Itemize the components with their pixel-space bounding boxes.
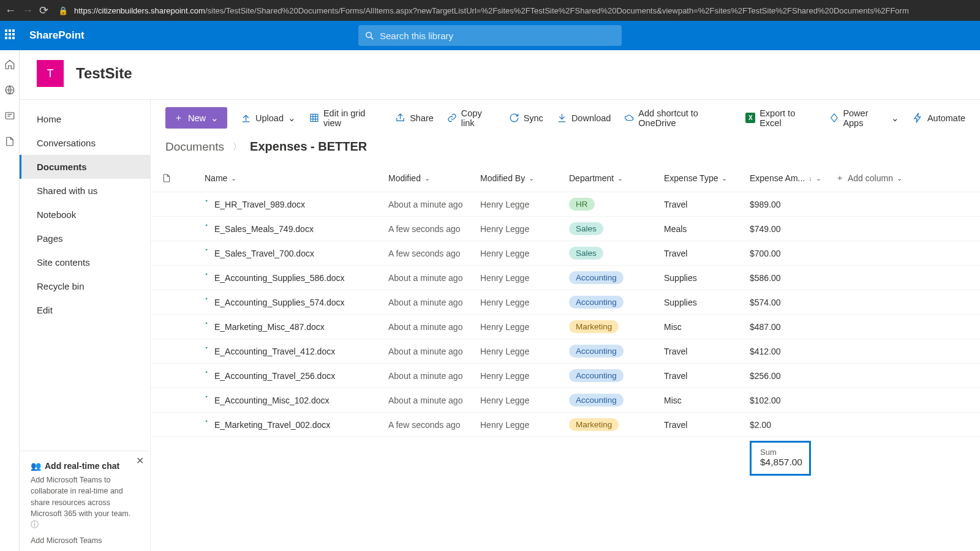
expense-type-cell: Travel — [664, 200, 750, 209]
table-header: Name⌄ Modified⌄ Modified By⌄ Department⌄… — [151, 165, 980, 192]
sidebar-item-pages[interactable]: Pages — [20, 227, 150, 250]
column-sum[interactable]: Sum $4,857.00 — [750, 441, 811, 476]
site-title[interactable]: TestSite — [76, 65, 132, 82]
modified-by-cell[interactable]: Henry Legge — [480, 249, 569, 258]
expense-type-cell: Travel — [664, 347, 750, 356]
table-row[interactable]: ⋆E_Accounting_Travel_256.docxAbout a min… — [151, 363, 980, 388]
modified-by-cell[interactable]: Henry Legge — [480, 298, 569, 307]
sidebar-item-documents[interactable]: Documents — [20, 155, 150, 179]
copylink-button[interactable]: Copy link — [447, 108, 496, 128]
expense-type-cell: Travel — [664, 420, 750, 430]
forward-button[interactable]: → — [22, 4, 33, 17]
sidebar-item-site-contents[interactable]: Site contents — [20, 250, 150, 274]
table-row[interactable]: ⋆E_Accounting_Travel_412.docxAbout a min… — [151, 339, 980, 363]
file-name[interactable]: ⋆E_HR_Travel_989.docx — [205, 200, 388, 209]
address-bar[interactable]: https://citizenbuilders.sharepoint.com/s… — [74, 6, 909, 15]
automate-button[interactable]: Automate — [913, 113, 965, 123]
reload-button[interactable]: ⟳ — [39, 4, 48, 17]
chevron-down-icon: ⌄ — [897, 174, 902, 182]
sidebar-item-notebook[interactable]: Notebook — [20, 203, 150, 227]
export-excel-button[interactable]: XExport to Excel — [745, 108, 815, 128]
sidebar-item-recycle-bin[interactable]: Recycle bin — [20, 274, 150, 298]
chevron-right-icon: 〉 — [233, 141, 241, 152]
chevron-down-icon: ⌄ — [424, 174, 430, 182]
promo-link[interactable]: Add Microsoft Teams — [31, 535, 139, 546]
modified-by-cell[interactable]: Henry Legge — [480, 273, 569, 283]
info-icon[interactable]: ⓘ — [31, 520, 39, 529]
modified-by-cell[interactable]: Henry Legge — [480, 395, 569, 405]
col-expense-type[interactable]: Expense Type⌄ — [664, 173, 750, 183]
sync-button[interactable]: Sync — [509, 113, 543, 123]
new-button[interactable]: ＋ New ⌄ — [165, 107, 227, 129]
automate-icon — [913, 113, 923, 123]
col-modified-by[interactable]: Modified By⌄ — [480, 173, 569, 183]
file-name[interactable]: ⋆E_Sales_Meals_749.docx — [205, 224, 388, 234]
file-name[interactable]: ⋆E_Sales_Travel_700.docx — [205, 249, 388, 258]
col-department[interactable]: Department⌄ — [569, 173, 664, 183]
site-logo[interactable]: T — [37, 60, 64, 87]
back-button[interactable]: ← — [5, 4, 16, 17]
chevron-down-icon: ⌄ — [816, 174, 821, 182]
home-icon[interactable] — [4, 59, 15, 70]
sidebar-item-home[interactable]: Home — [20, 107, 150, 131]
table-row[interactable]: ⋆E_Accounting_Supplies_574.docxAbout a m… — [151, 290, 980, 314]
modified-cell: About a minute ago — [388, 200, 480, 209]
close-icon[interactable]: ✕ — [136, 454, 144, 468]
breadcrumb-root[interactable]: Documents — [165, 140, 224, 154]
plus-icon: ＋ — [835, 173, 844, 184]
search-input[interactable] — [380, 31, 616, 41]
modified-by-cell[interactable]: Henry Legge — [480, 347, 569, 356]
breadcrumb: Documents 〉 Expenses - BETTER — [151, 136, 980, 165]
add-column-button[interactable]: ＋Add column⌄ — [835, 173, 933, 184]
chevron-down-icon: ⌄ — [231, 174, 236, 182]
powerapps-button[interactable]: Power Apps⌄ — [829, 108, 899, 128]
upload-button[interactable]: Upload⌄ — [241, 113, 296, 123]
table-row[interactable]: ⋆E_Sales_Travel_700.docxA few seconds ag… — [151, 241, 980, 265]
edit-grid-button[interactable]: Edit in grid view — [309, 108, 382, 128]
add-shortcut-button[interactable]: Add shortcut to OneDrive — [624, 108, 732, 128]
table-row[interactable]: ⋆E_Accounting_Supplies_586.docxAbout a m… — [151, 265, 980, 290]
sidebar-item-conversations[interactable]: Conversations — [20, 131, 150, 155]
new-indicator-icon: ⋆ — [205, 344, 208, 351]
modified-by-cell[interactable]: Henry Legge — [480, 322, 569, 332]
new-indicator-icon: ⋆ — [205, 393, 208, 400]
left-nav: HomeConversationsDocumentsShared with us… — [20, 100, 151, 551]
news-icon[interactable] — [4, 110, 15, 121]
globe-icon[interactable] — [4, 84, 15, 96]
file-name[interactable]: ⋆E_Accounting_Travel_256.docx — [205, 371, 388, 381]
download-button[interactable]: Download — [557, 113, 611, 123]
global-rail — [0, 50, 20, 551]
modified-by-cell[interactable]: Henry Legge — [480, 371, 569, 381]
chevron-down-icon: ⌄ — [891, 113, 899, 123]
chevron-down-icon: ⌄ — [288, 113, 296, 123]
file-name[interactable]: ⋆E_Accounting_Travel_412.docx — [205, 347, 388, 356]
sidebar-item-shared-with-us[interactable]: Shared with us — [20, 179, 150, 203]
file-name[interactable]: ⋆E_Accounting_Supplies_586.docx — [205, 273, 388, 283]
chevron-down-icon: ⌄ — [529, 174, 534, 182]
table-row[interactable]: ⋆E_Sales_Meals_749.docxA few seconds ago… — [151, 216, 980, 241]
col-name[interactable]: Name⌄ — [205, 173, 388, 183]
app-launcher-icon[interactable] — [5, 29, 17, 42]
table-row[interactable]: ⋆E_HR_Travel_989.docxAbout a minute agoH… — [151, 192, 980, 216]
search-box[interactable] — [358, 25, 622, 46]
table-row[interactable]: ⋆E_Marketing_Misc_487.docxAbout a minute… — [151, 314, 980, 339]
file-name[interactable]: ⋆E_Marketing_Travel_002.docx — [205, 420, 388, 430]
file-name[interactable]: ⋆E_Accounting_Misc_102.docx — [205, 395, 388, 405]
table-row[interactable]: ⋆E_Accounting_Misc_102.docxAbout a minut… — [151, 388, 980, 412]
file-icon[interactable] — [4, 136, 15, 147]
command-bar: ＋ New ⌄ Upload⌄ Edit in grid view Share … — [151, 100, 980, 136]
modified-by-cell[interactable]: Henry Legge — [480, 420, 569, 430]
col-expense-amount[interactable]: Expense Am...↓⌄ — [750, 173, 835, 183]
table-row[interactable]: ⋆E_Marketing_Travel_002.docxA few second… — [151, 412, 980, 437]
col-modified[interactable]: Modified⌄ — [388, 173, 480, 183]
sidebar-item-edit[interactable]: Edit — [20, 298, 150, 322]
expense-amount-cell: $989.00 — [750, 200, 835, 209]
col-doc-icon[interactable] — [162, 173, 205, 184]
modified-by-cell[interactable]: Henry Legge — [480, 200, 569, 209]
share-button[interactable]: Share — [395, 113, 434, 123]
file-name[interactable]: ⋆E_Marketing_Misc_487.docx — [205, 322, 388, 332]
department-cell: HR — [569, 198, 664, 211]
expense-type-cell: Misc — [664, 322, 750, 332]
file-name[interactable]: ⋆E_Accounting_Supplies_574.docx — [205, 298, 388, 307]
modified-by-cell[interactable]: Henry Legge — [480, 224, 569, 234]
